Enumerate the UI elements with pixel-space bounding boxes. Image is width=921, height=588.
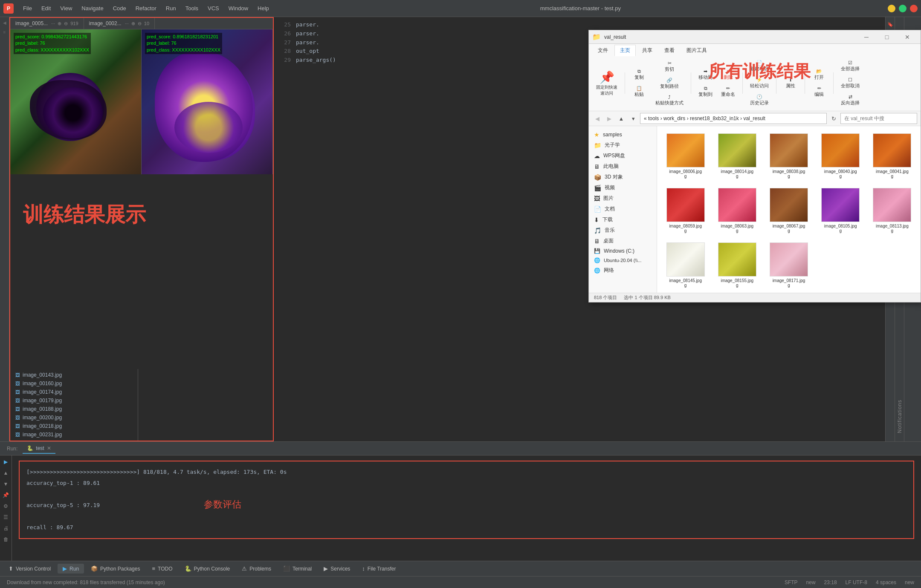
- explorer-maximize[interactable]: □: [877, 31, 897, 43]
- sidebar-item-network[interactable]: 🌐 网络: [589, 265, 657, 276]
- ribbon-delete[interactable]: ✕ 删除: [717, 66, 739, 83]
- tab-services[interactable]: ▶ Services: [319, 564, 355, 574]
- more-icon-right[interactable]: ···: [125, 21, 129, 26]
- grid-item-08171[interactable]: image_08171.jpgg: [765, 240, 812, 290]
- more-icon-left[interactable]: ···: [51, 21, 55, 26]
- ribbon-copy-path[interactable]: 🔗 复制路径: [652, 75, 687, 92]
- close-button[interactable]: [910, 5, 918, 12]
- sidebar-item-docs[interactable]: 📄 文档: [589, 204, 657, 214]
- ribbon-paste[interactable]: 📋 粘贴: [628, 84, 650, 100]
- nav-up-button[interactable]: ▲: [616, 113, 626, 124]
- run-settings-btn[interactable]: ⚙: [1, 502, 11, 511]
- sidebar-item-wps[interactable]: ☁ WPS网盘: [589, 150, 657, 161]
- tab-problems[interactable]: ⚠ Problems: [237, 564, 276, 574]
- sidebar-item-ubuntu[interactable]: 🌐 Ubuntu-20.04 (\\...: [589, 256, 657, 265]
- ribbon-copy-to[interactable]: ⧉ 复制到: [695, 84, 716, 100]
- tab-python-console[interactable]: 🐍 Python Console: [180, 564, 235, 574]
- ribbon-history[interactable]: 🕐 历史记录: [746, 92, 773, 108]
- menu-code[interactable]: Code: [109, 3, 130, 13]
- file-item[interactable]: 🖼image_00160.jpg: [10, 379, 138, 388]
- ribbon-paste-shortcut[interactable]: ⤴ 粘贴快捷方式: [652, 92, 687, 108]
- file-item[interactable]: 🖼image_00200.jpg: [10, 413, 138, 422]
- grid-item-08113[interactable]: image_08113.jpgg: [869, 186, 915, 235]
- grid-item-08040[interactable]: image_08040.jpgg: [817, 131, 864, 181]
- sidebar-item-windows[interactable]: 💾 Windows (C:): [589, 246, 657, 256]
- sidebar-item-photon[interactable]: 📁 光子学: [589, 140, 657, 150]
- sidebar-item-pictures[interactable]: 🖼 图片: [589, 193, 657, 204]
- nav-back-button[interactable]: ◀: [592, 113, 602, 124]
- ribbon-pin-quick-access[interactable]: 📌 固定到快速速访问: [592, 68, 621, 98]
- menu-file[interactable]: File: [19, 3, 36, 13]
- tab-version-control[interactable]: ⬆ Version Control: [3, 564, 56, 574]
- explorer-minimize[interactable]: ─: [857, 31, 876, 43]
- menu-vcs[interactable]: VCS: [203, 3, 223, 13]
- run-play-btn[interactable]: ▶: [1, 457, 11, 467]
- run-down-btn[interactable]: ▼: [1, 479, 11, 489]
- tab-file-transfer[interactable]: ↕ File Transfer: [357, 564, 401, 574]
- ribbon-copy[interactable]: ⧉ 复制: [628, 66, 650, 83]
- file-item[interactable]: 🖼image_00218.jpg: [10, 422, 138, 430]
- menu-help[interactable]: Help: [253, 3, 273, 13]
- file-item[interactable]: 🖼image_00231.jpg: [10, 430, 138, 439]
- ribbon-tab-view[interactable]: 查看: [659, 45, 680, 56]
- run-tab-close[interactable]: ✕: [47, 445, 51, 451]
- run-tab-test[interactable]: 🐍 test ✕: [23, 444, 55, 454]
- sidebar-item-music[interactable]: 🎵 音乐: [589, 225, 657, 236]
- struct-btn-2[interactable]: ≡: [1, 28, 9, 36]
- ribbon-tab-picture-tools[interactable]: 图片工具: [681, 45, 712, 56]
- nav-forward-button[interactable]: ▶: [604, 113, 614, 124]
- ribbon-cut[interactable]: ✂ 剪切: [652, 58, 687, 75]
- sidebar-item-video[interactable]: 🎬 视频: [589, 182, 657, 193]
- sidebar-item-downloads[interactable]: ⬇ 下载: [589, 214, 657, 225]
- menu-view[interactable]: View: [56, 3, 76, 13]
- minimize-button[interactable]: [888, 5, 895, 12]
- ribbon-rename[interactable]: ✏ 重命名: [717, 84, 739, 100]
- sidebar-item-3d[interactable]: 📦 3D 对象: [589, 172, 657, 182]
- run-pin-btn[interactable]: 📌: [1, 490, 11, 500]
- file-item[interactable]: 🖼image_00143.jpg: [10, 371, 138, 379]
- menu-navigate[interactable]: Navigate: [77, 3, 107, 13]
- address-bar[interactable]: [640, 113, 827, 124]
- menu-tools[interactable]: Tools: [181, 3, 203, 13]
- search-input[interactable]: [840, 113, 917, 124]
- file-item[interactable]: 🖼image_00179.jpg: [10, 396, 138, 405]
- grid-item-08067[interactable]: image_08067.jpgg: [765, 186, 812, 235]
- sidebar-item-desktop[interactable]: 🖥 桌面: [589, 236, 657, 246]
- file-item[interactable]: 🖼image_00174.jpg: [10, 388, 138, 396]
- menu-run[interactable]: Run: [162, 3, 180, 13]
- run-clear-btn[interactable]: 🗑: [1, 535, 11, 544]
- zoom-out-icon-right[interactable]: ⊖: [138, 21, 142, 26]
- tab-terminal[interactable]: ⬛ Terminal: [278, 564, 317, 574]
- tab-run[interactable]: ▶ Run: [58, 564, 84, 574]
- nav-recent-button[interactable]: ▾: [628, 113, 638, 124]
- maximize-button[interactable]: [899, 5, 907, 12]
- tab-python-packages[interactable]: 📦 Python Packages: [86, 564, 145, 574]
- ribbon-tab-file[interactable]: 文件: [592, 45, 614, 56]
- grid-item-08145[interactable]: image_08145.jpgg: [662, 240, 709, 290]
- ribbon-easy-access[interactable]: ⚡ 轻松访问: [746, 75, 773, 91]
- file-item[interactable]: 🖼image_00188.jpg: [10, 405, 138, 413]
- run-tree-btn[interactable]: ☰: [1, 513, 11, 522]
- tab-todo[interactable]: ≡ TODO: [147, 564, 177, 574]
- grid-item-08059[interactable]: image_08059.jpgg: [662, 186, 709, 235]
- ribbon-edit[interactable]: ✏ 编辑: [808, 84, 830, 100]
- ribbon-select-all[interactable]: ☑ 全部选择: [837, 58, 863, 74]
- grid-item-08006[interactable]: image_08006.jpgg: [662, 131, 709, 181]
- struct-btn-1[interactable]: ◀: [1, 19, 9, 26]
- sidebar-item-samples[interactable]: ★ samples: [589, 130, 657, 140]
- image-tab-right[interactable]: image_0002... ··· ⊕ ⊖ 10: [84, 18, 155, 29]
- zoom-in-icon-left[interactable]: ⊕: [58, 21, 61, 26]
- run-print-btn[interactable]: 🖨: [1, 524, 11, 533]
- ribbon-properties[interactable]: ℹ 属性: [780, 75, 801, 91]
- menu-window[interactable]: Window: [224, 3, 252, 13]
- grid-item-08038[interactable]: image_08038.jpgg: [765, 131, 812, 181]
- grid-item-08155[interactable]: image_08155.jpgg: [714, 240, 760, 290]
- ribbon-new-item[interactable]: 📄 新建项目: [746, 58, 773, 74]
- ribbon-open[interactable]: 📂 打开: [808, 66, 830, 83]
- ribbon-select-none[interactable]: ☐ 全部取消: [837, 75, 863, 91]
- run-up-btn[interactable]: ▲: [1, 468, 11, 478]
- grid-item-08041[interactable]: image_08041.jpgg: [869, 131, 915, 181]
- grid-item-08063[interactable]: image_08063.jpgg: [714, 186, 760, 235]
- ribbon-invert[interactable]: ⇄ 反向选择: [837, 92, 863, 108]
- menu-refactor[interactable]: Refactor: [131, 3, 161, 13]
